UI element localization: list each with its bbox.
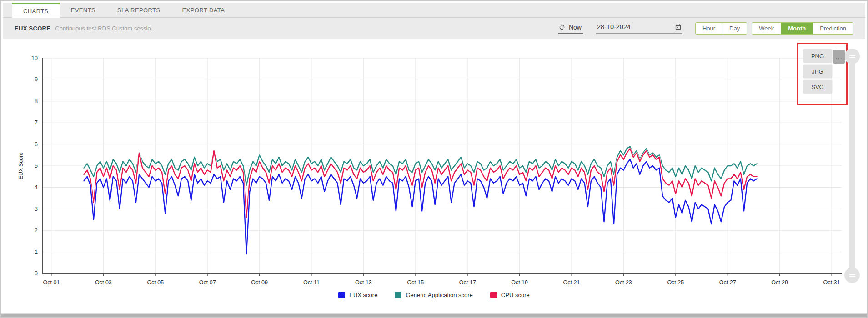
x-tick-label: Oct 21 [563,279,580,286]
y-tick-label: 7 [35,119,38,126]
calendar-icon [675,24,682,30]
export-jpg-button[interactable]: JPG [803,65,832,78]
legend-item-0[interactable]: EUX score [338,292,377,298]
refresh-now-label: Now [569,24,582,31]
chart-panel: 012345678910Oct 01Oct 03Oct 05Oct 07Oct … [3,39,865,315]
content-wrapper: CHARTSEVENTSSLA REPORTSEXPORT DATA EUX S… [3,3,865,315]
y-tick-label: 2 [35,227,38,234]
range-button-prediction[interactable]: Prediction [813,23,853,34]
date-value: 28-10-2024 [597,23,631,30]
y-tick-label: 3 [35,206,38,212]
x-tick-label: Oct 09 [251,279,268,286]
range-button-month[interactable]: Month [781,23,813,34]
chart-zoom-slider-track[interactable] [849,54,855,277]
y-tick-label: 9 [35,76,38,83]
chart-zoom-slider-handle-top[interactable] [844,49,860,64]
legend-swatch [338,292,345,298]
range-button-week[interactable]: Week [752,23,781,34]
export-svg-button[interactable]: SVG [803,80,832,94]
x-tick-label: Oct 01 [43,279,60,286]
refresh-icon [558,24,566,31]
tab-events[interactable]: EVENTS [60,3,106,17]
tab-charts[interactable]: CHARTS [12,3,60,18]
y-tick-label: 10 [31,55,38,61]
page-subtitle: Continuous test RDS Custom sessio... [55,25,156,32]
x-tick-label: Oct 05 [147,279,164,286]
x-tick-label: Oct 13 [355,279,372,286]
y-tick-label: 8 [35,98,38,104]
range-button-hour[interactable]: Hour [696,23,722,34]
x-tick-label: Oct 27 [719,279,736,286]
range-group: HourDay [695,22,747,35]
x-tick-label: Oct 23 [615,279,632,286]
refresh-now-button[interactable]: Now [558,23,583,34]
legend-swatch [490,292,497,298]
chart-zoom-slider-handle-bottom[interactable] [844,268,860,283]
legend-item-1[interactable]: Generic Application score [395,292,472,298]
legend-label: EUX score [349,292,377,298]
tab-sla-reports[interactable]: SLA REPORTS [106,3,171,17]
range-button-day[interactable]: Day [722,23,747,34]
page-title: EUX SCORE [15,25,50,32]
x-tick-label: Oct 15 [407,279,424,286]
tab-bar: CHARTSEVENTSSLA REPORTSEXPORT DATA [3,3,865,18]
y-tick-label: 6 [35,141,38,148]
date-input[interactable]: 28-10-2024 [596,22,682,34]
x-tick-label: Oct 25 [667,279,684,286]
chart-legend: EUX scoreGeneric Application scoreCPU sc… [3,292,865,298]
x-tick-label: Oct 29 [771,279,788,286]
export-menu: PNGJPGSVG [803,49,832,94]
legend-item-2[interactable]: CPU score [490,292,530,298]
x-tick-label: Oct 19 [511,279,528,286]
legend-label: CPU score [501,292,530,298]
legend-label: Generic Application score [406,292,472,298]
x-axis-labels: Oct 01Oct 03Oct 05Oct 07Oct 09Oct 11Oct … [43,279,840,286]
y-axis-title: EUX Score [18,152,24,179]
x-tick-label: Oct 07 [199,279,216,286]
app-window: CHARTSEVENTSSLA REPORTSEXPORT DATA EUX S… [0,0,868,318]
x-tick-label: Oct 03 [95,279,112,286]
y-tick-label: 4 [35,184,38,190]
y-tick-label: 5 [35,163,38,169]
chart-header: EUX SCORE Continuous test RDS Custom ses… [3,18,865,39]
x-tick-label: Oct 31 [823,279,840,286]
y-axis-labels: 012345678910 [31,55,38,277]
y-tick-label: 1 [35,249,38,255]
window-bottom-edge [1,313,867,317]
time-range-button-group: HourDayWeekMonthPrediction [695,22,853,35]
legend-swatch [395,292,401,298]
x-tick-label: Oct 17 [459,279,476,286]
x-tick-label: Oct 11 [303,279,320,286]
y-tick-label: 0 [35,270,38,277]
range-group: WeekMonthPrediction [752,22,853,35]
export-png-button[interactable]: PNG [803,49,832,63]
tab-export-data[interactable]: EXPORT DATA [171,3,236,17]
header-controls: Now 28-10-2024 HourDayWeekMonthPredictio… [558,22,853,35]
chart-context-menu-button[interactable]: ... [833,50,845,64]
